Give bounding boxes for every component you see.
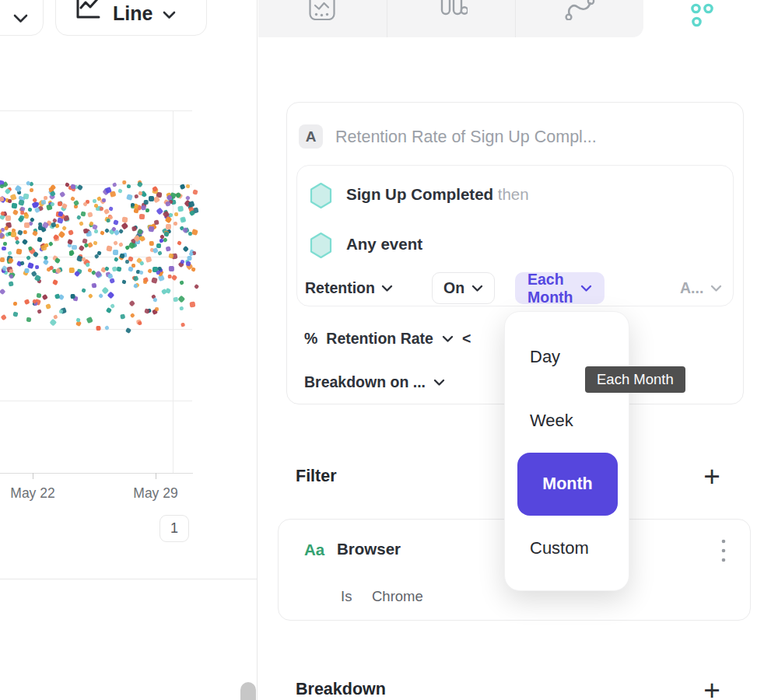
gridline: [0, 401, 192, 401]
kebab-menu-icon[interactable]: [714, 537, 733, 565]
menu-item-day[interactable]: Day: [530, 347, 560, 367]
scatter-point: [72, 245, 77, 250]
retention-controls-row: Retention On Each Month: [305, 272, 393, 304]
scatter-point: [106, 245, 112, 251]
x-axis-tick: [33, 473, 33, 479]
add-filter-button[interactable]: +: [699, 464, 725, 490]
scatter-point: [110, 303, 115, 309]
scatter-point: [177, 206, 183, 212]
scatter-point: [143, 280, 148, 285]
query-title[interactable]: Retention Rate of Sign Up Compl...: [335, 128, 597, 147]
scatter-point: [35, 265, 39, 269]
chevron-down-icon: [471, 285, 483, 292]
scatter-point: [69, 252, 73, 256]
pagination-page-button[interactable]: 1: [159, 515, 189, 542]
chevron-down-icon: [433, 379, 445, 387]
scatter-point: [124, 245, 130, 250]
gridline: [173, 110, 173, 473]
on-dropdown[interactable]: On: [432, 272, 495, 304]
scatter-point: [140, 261, 145, 265]
menu-item-week[interactable]: Week: [530, 411, 573, 431]
scatter-point: [0, 184, 3, 187]
event-steps-card: Sign Up Completed then Any event Retenti…: [296, 165, 734, 306]
scatter-point: [187, 256, 192, 261]
scatter-point: [112, 250, 117, 255]
property-type-icon: Aa: [304, 541, 324, 559]
scatter-point: [79, 221, 84, 226]
filter-operator[interactable]: Is: [341, 588, 352, 605]
scatter-point: [86, 317, 93, 324]
scatter-point: [138, 270, 143, 275]
interval-dropdown[interactable]: Each Month: [515, 272, 605, 304]
x-axis-line: [0, 473, 193, 474]
scatter-point: [138, 321, 142, 326]
scrollbar-thumb[interactable]: [240, 682, 256, 700]
scatter-point: [168, 254, 173, 258]
scatter-point: [92, 283, 97, 289]
tab-bar-chart[interactable]: [437, 0, 468, 37]
scatter-point: [178, 296, 185, 303]
scatter-point: [180, 306, 184, 310]
scatter-point: [134, 194, 138, 198]
scatter-point: [100, 206, 103, 210]
scatter-point: [23, 193, 30, 199]
chevron-down-icon: [710, 285, 722, 292]
scatter-point: [21, 238, 27, 244]
scatter-point: [192, 189, 198, 194]
tab-flow[interactable]: [563, 0, 596, 37]
scatter-point: [93, 199, 97, 204]
scatter-point: [43, 259, 49, 265]
scatter-point: [183, 246, 189, 252]
scatter-point: [59, 191, 66, 198]
scatter-point: [87, 268, 92, 273]
scatter-point: [71, 294, 75, 299]
scatter-point: [152, 297, 157, 302]
scatter-point: [52, 279, 58, 285]
scatter-point: [122, 279, 127, 284]
x-axis-label: May 22: [10, 485, 54, 502]
scatter-plot: [0, 0, 258, 591]
scatter-point: [189, 301, 195, 307]
interval-menu: Day Week Month Custom: [504, 311, 629, 591]
chevron-down-icon: [442, 335, 454, 343]
scatter-point: [180, 216, 186, 222]
scatter-point: [37, 309, 42, 314]
scatter-point: [113, 240, 118, 246]
scatter-point: [169, 266, 174, 271]
scatter-point: [12, 311, 18, 317]
tab-retention-active[interactable]: [689, 0, 716, 37]
scatter-point: [144, 200, 149, 205]
tab-insights-chart[interactable]: [307, 0, 338, 37]
filter-property-label[interactable]: Browser: [337, 540, 401, 558]
scatter-point: [26, 317, 32, 323]
scatter-point: [0, 289, 5, 296]
filter-value[interactable]: Chrome: [372, 588, 423, 605]
event-step-2[interactable]: Any event: [346, 235, 422, 254]
audience-dropdown[interactable]: A...: [680, 272, 722, 304]
scatter-point: [106, 219, 110, 222]
add-breakdown-button[interactable]: +: [699, 677, 725, 700]
scatter-point: [24, 299, 30, 304]
percent-icon: %: [304, 330, 317, 348]
breakdown-on-dropdown[interactable]: Breakdown on ...: [304, 373, 426, 391]
event-step-1[interactable]: Sign Up Completed then: [346, 185, 529, 204]
scatter-point: [48, 241, 54, 247]
tooltip: Each Month: [585, 366, 685, 393]
scatter-point: [28, 208, 33, 212]
scatter-point: [3, 242, 7, 246]
bar-chart-icon: [438, 0, 468, 19]
gridline: [0, 110, 192, 111]
menu-item-custom[interactable]: Custom: [530, 538, 589, 558]
metric-dropdown[interactable]: Retention Rate: [326, 330, 433, 348]
scatter-point: [139, 214, 145, 219]
scatter-point: [145, 256, 152, 262]
section-divider: [0, 579, 258, 579]
scatter-point: [149, 196, 154, 201]
scatter-point: [191, 267, 196, 272]
menu-item-month-selected[interactable]: Month: [517, 453, 618, 516]
event-hexagon-icon: [309, 182, 333, 212]
comparison-operator[interactable]: <: [462, 330, 471, 348]
measure-dropdown[interactable]: Retention: [305, 279, 393, 297]
scatter-point: [25, 268, 30, 273]
scatter-point: [191, 229, 198, 235]
